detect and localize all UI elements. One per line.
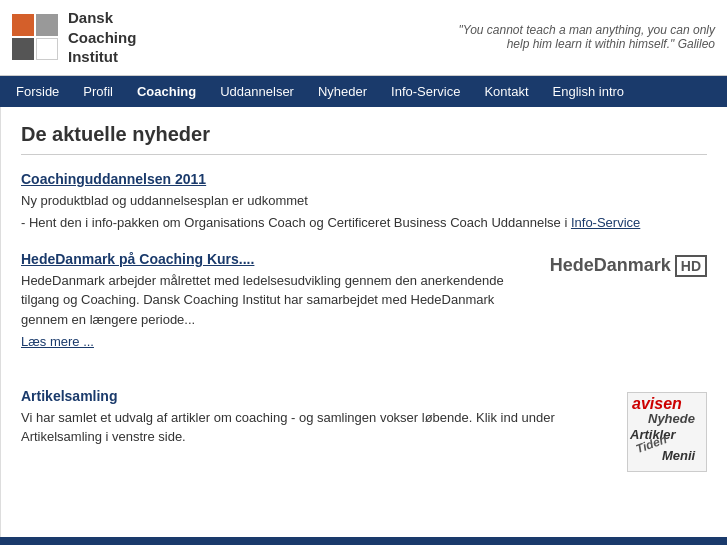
logo-text: Dansk Coaching Institut: [68, 8, 136, 67]
bottom-bar: [0, 537, 727, 545]
news-body-1b: - Hent den i info-pakken om Organisation…: [21, 213, 707, 233]
news-item-hede: HedeDanmark på Coaching Kurs.... HedeDan…: [21, 251, 707, 370]
artikel-text: Artikelsamling Vi har samlet et udvalg a…: [21, 388, 611, 472]
artikel-collage-area: avisen Nyhede Artikler Tiden Menii: [627, 388, 707, 472]
hede-logo-area: HedeDanmark HD: [550, 251, 707, 370]
collage-word-meni: Menii: [662, 448, 695, 463]
nav-info-service[interactable]: Info-Service: [379, 76, 472, 107]
hede-text: HedeDanmark på Coaching Kurs.... HedeDan…: [21, 251, 534, 370]
logo-squares: [12, 14, 58, 60]
read-more-link: Læs mere ...: [21, 332, 534, 352]
hede-logo: HedeDanmark HD: [550, 255, 707, 277]
logo-area: Dansk Coaching Institut: [12, 8, 136, 67]
nav-bar: Forside Profil Coaching Uddannelser Nyhe…: [0, 76, 727, 107]
news-item-coaching: Coachinguddannelsen 2011 Ny produktblad …: [21, 171, 707, 233]
nav-nyheder[interactable]: Nyheder: [306, 76, 379, 107]
news-body-2: HedeDanmark arbejder målrettet med ledel…: [21, 271, 534, 330]
nav-profil[interactable]: Profil: [71, 76, 125, 107]
news-item-artikel: Artikelsamling Vi har samlet et udvalg a…: [21, 388, 707, 472]
logo-square-4: [36, 38, 58, 60]
nav-kontakt[interactable]: Kontakt: [472, 76, 540, 107]
news-body-3: Vi har samlet et udvalg af artikler om c…: [21, 408, 611, 447]
content-area: De aktuelle nyheder Coachinguddannelsen …: [1, 107, 727, 537]
news-title-1: Coachinguddannelsen 2011: [21, 171, 707, 187]
nav-forside[interactable]: Forside: [4, 76, 71, 107]
news-body-1a: Ny produktblad og uddannelsesplan er udk…: [21, 191, 707, 211]
main-area: De aktuelle nyheder Coachinguddannelsen …: [0, 107, 727, 537]
nav-coaching[interactable]: Coaching: [125, 76, 208, 107]
page-title: De aktuelle nyheder: [21, 123, 707, 155]
hede-logo-text: HedeDanmark: [550, 255, 671, 276]
logo-square-3: [12, 38, 34, 60]
collage-word-nyhede: Nyhede: [648, 411, 695, 426]
info-service-link[interactable]: Info-Service: [571, 215, 640, 230]
logo-square-2: [36, 14, 58, 36]
quote: "You cannot teach a man anything, you ca…: [435, 23, 715, 51]
logo-square-1: [12, 14, 34, 36]
news-title-2: HedeDanmark på Coaching Kurs....: [21, 251, 534, 267]
news-title-3: Artikelsamling: [21, 388, 611, 404]
header: Dansk Coaching Institut "You cannot teac…: [0, 0, 727, 76]
nav-uddannelser[interactable]: Uddannelser: [208, 76, 306, 107]
hede-logo-abbr: HD: [675, 255, 707, 277]
nav-english-intro[interactable]: English intro: [541, 76, 637, 107]
artikel-collage: avisen Nyhede Artikler Tiden Menii: [627, 392, 707, 472]
